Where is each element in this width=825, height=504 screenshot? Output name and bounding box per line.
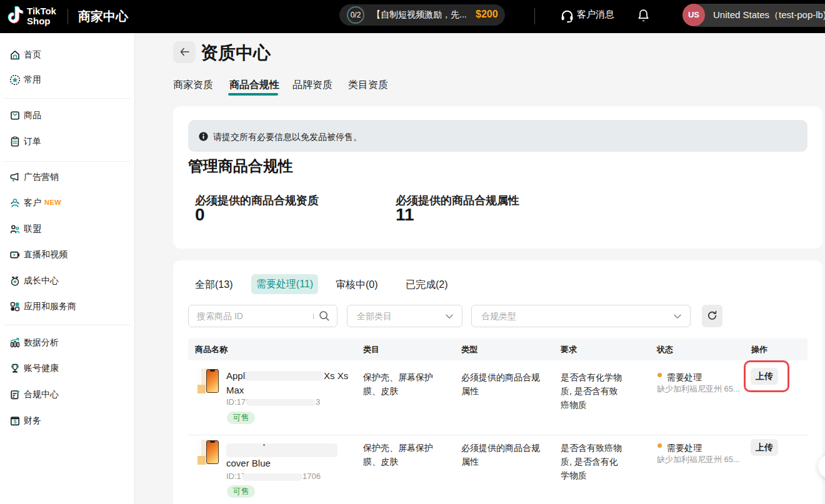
svg-text:$: $: [14, 418, 17, 425]
